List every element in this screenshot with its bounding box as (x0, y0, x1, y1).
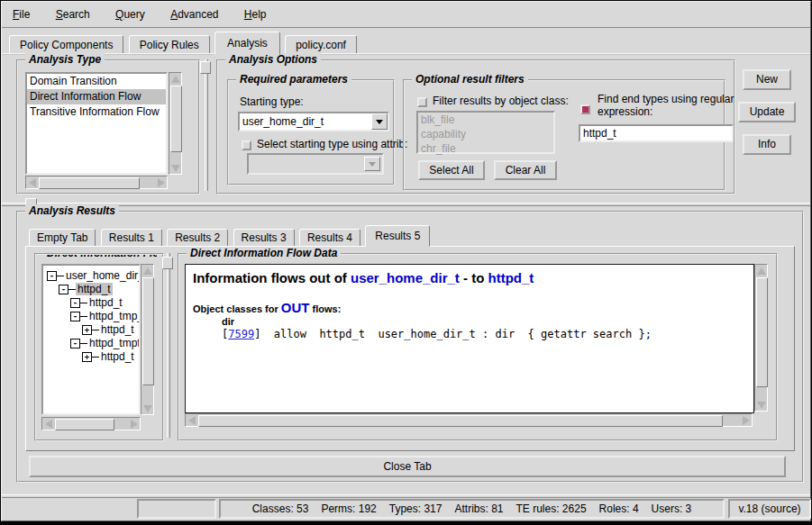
tree-node[interactable]: +httpd_t (43, 350, 139, 364)
stat-te-rules: TE rules: 2625 (516, 502, 587, 515)
info-button[interactable]: Info (743, 134, 791, 155)
filter-by-class-label[interactable]: Filter results by object class: (433, 95, 569, 107)
clear-all-button[interactable]: Clear All (494, 160, 557, 180)
menu-help[interactable]: Help (237, 2, 274, 25)
sash-handle[interactable] (200, 61, 211, 74)
tree-expander-icon[interactable]: - (70, 312, 80, 321)
rule-number-link[interactable]: 7599 (228, 328, 254, 340)
menu-file[interactable]: File (5, 2, 37, 25)
tab-analysis[interactable]: Analysis (214, 32, 280, 55)
analysis-type-list[interactable]: Domain Transition Direct Information Flo… (25, 72, 168, 175)
menu-search[interactable]: Search (49, 2, 97, 25)
analysis-options-group: Analysis Options Required parameters Sta… (216, 59, 735, 195)
starting-type-combobox[interactable] (238, 112, 389, 131)
list-item[interactable]: Transitive Information Flow (27, 104, 166, 120)
tree-node[interactable]: +httpd_t (43, 323, 139, 337)
vertical-scrollbar[interactable] (754, 264, 768, 412)
menu-query[interactable]: Query (108, 2, 152, 25)
tree-expander-icon[interactable]: + (82, 325, 92, 335)
scroll-right-button[interactable] (740, 414, 752, 426)
status-message-box (137, 499, 216, 519)
tree-expander-icon[interactable]: - (70, 298, 80, 308)
tab-policy-rules[interactable]: Policy Rules (129, 35, 210, 55)
attrib-checkbox[interactable] (242, 140, 251, 150)
tab-results-2[interactable]: Results 2 (167, 229, 228, 247)
chevron-down-icon (369, 162, 376, 167)
tab-results-1[interactable]: Results 1 (101, 229, 162, 247)
notebook-edge (2, 53, 810, 55)
tree-node[interactable]: -httpd_tmpfs_ (43, 337, 139, 350)
regex-checkbox-label[interactable]: Find end types using regular expression: (598, 93, 740, 118)
scroll-up-button[interactable] (169, 73, 181, 85)
scroll-down-button[interactable] (755, 399, 767, 411)
scroll-up-button[interactable] (755, 265, 767, 276)
sash-handle[interactable] (162, 257, 173, 269)
tree-node-label[interactable]: user_home_dir_t (64, 269, 141, 282)
tree-node[interactable]: -httpd_t (43, 283, 139, 296)
combo-dropdown-button[interactable] (371, 113, 388, 130)
tab-results-4[interactable]: Results 4 (299, 229, 360, 247)
tab-results-5[interactable]: Results 5 (365, 225, 430, 247)
horizontal-scrollbar[interactable] (185, 413, 753, 427)
filter-by-class-checkbox[interactable] (417, 97, 427, 107)
update-button[interactable]: Update (738, 102, 796, 122)
tree-node-label[interactable]: httpd_t (99, 323, 136, 336)
tree-node-label[interactable]: httpd_tmp_t (87, 310, 141, 322)
scrollbar-thumb[interactable] (39, 177, 140, 189)
close-tab-button[interactable]: Close Tab (29, 456, 786, 477)
flow-tree[interactable]: -user_home_dir_t -httpd_t -httpd_t -http… (41, 264, 141, 415)
tree-node[interactable]: -user_home_dir_t (43, 269, 139, 283)
tree-expander-icon[interactable]: - (47, 271, 57, 281)
tab-empty[interactable]: Empty Tab (29, 229, 96, 247)
tree-node-label[interactable]: httpd_tmpfs_ (87, 337, 141, 349)
stat-users: Users: 3 (652, 502, 692, 515)
scroll-up-button[interactable] (141, 265, 153, 276)
chevron-down-icon (376, 120, 383, 124)
pane-sash-vertical[interactable] (205, 59, 208, 191)
regex-checkbox[interactable] (580, 104, 590, 114)
tab-results-3[interactable]: Results 3 (233, 229, 295, 247)
scroll-down-button[interactable] (141, 403, 153, 414)
flow-data-text[interactable]: Information flows out of user_home_dir_t… (185, 264, 754, 413)
scrollbar-thumb[interactable] (756, 277, 768, 387)
tree-node-label[interactable]: httpd_t (99, 350, 136, 363)
tab-policy-conf[interactable]: policy.conf (285, 35, 357, 55)
scroll-down-button[interactable] (169, 162, 181, 174)
scroll-right-button[interactable] (155, 177, 167, 188)
attrib-checkbox-label[interactable]: Select starting type using attrib: (257, 138, 407, 150)
results-content-frame: Direct Information Flow T -user_home_dir… (25, 246, 795, 451)
required-parameters-group: Required parameters Starting type: Selec… (227, 79, 395, 186)
new-button[interactable]: New (743, 69, 791, 90)
select-all-button[interactable]: Select All (418, 160, 485, 180)
scrollbar-thumb[interactable] (198, 415, 723, 427)
scroll-left-button[interactable] (42, 418, 54, 430)
vertical-scrollbar[interactable] (141, 264, 154, 415)
horizontal-scrollbar[interactable] (41, 417, 141, 430)
vertical-scrollbar[interactable] (169, 72, 182, 175)
scrollbar-thumb[interactable] (55, 419, 114, 430)
tree-node[interactable]: -httpd_t (43, 296, 139, 310)
tree-node-label[interactable]: httpd_t (76, 283, 113, 295)
scrollbar-thumb[interactable] (170, 86, 182, 152)
horizontal-scrollbar[interactable] (25, 176, 168, 189)
starting-type-label: Starting type: (240, 95, 304, 108)
tab-policy-components[interactable]: Policy Components (9, 35, 123, 55)
pane-sash-vertical[interactable] (167, 253, 170, 438)
tree-node-label[interactable]: httpd_t (87, 296, 124, 309)
stat-roles: Roles: 4 (599, 502, 639, 515)
required-parameters-title: Required parameters (236, 73, 351, 86)
scroll-right-button[interactable] (128, 418, 140, 430)
scroll-left-button[interactable] (186, 414, 197, 426)
list-item[interactable]: Domain Transition (27, 74, 166, 89)
menu-advanced[interactable]: Advanced (163, 2, 225, 25)
starting-type-value[interactable] (238, 112, 389, 131)
scrollbar-thumb[interactable] (142, 277, 154, 385)
list-item[interactable]: Direct Information Flow (27, 89, 166, 104)
pane-sash-horizontal[interactable] (2, 203, 810, 206)
regex-input[interactable] (579, 124, 734, 142)
tree-node[interactable]: -httpd_tmp_t (43, 310, 139, 323)
scroll-left-button[interactable] (26, 177, 38, 188)
tree-expander-icon[interactable]: - (59, 285, 68, 294)
tree-expander-icon[interactable]: + (82, 352, 92, 362)
tree-expander-icon[interactable]: - (70, 339, 80, 348)
